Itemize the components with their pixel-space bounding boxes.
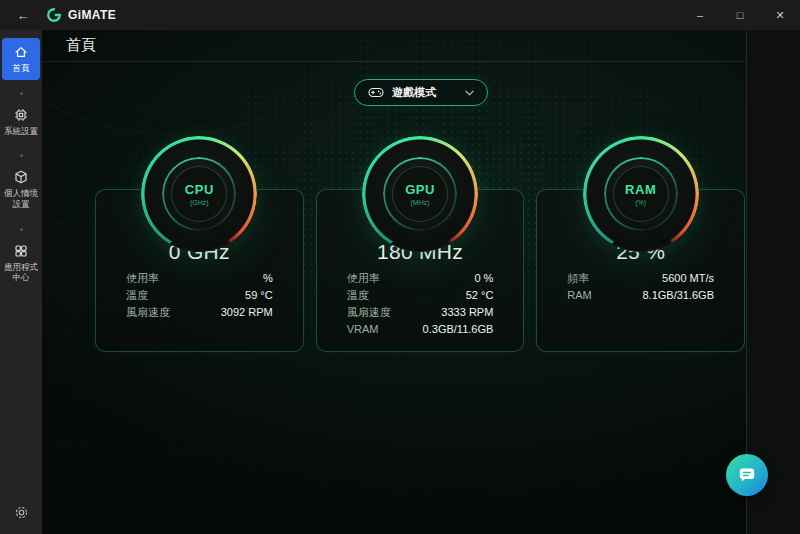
metric-cards: CPU (GHz) 0 GHz 使用率 % 溫度	[95, 136, 745, 352]
sidebar-item-app-center[interactable]: 應用程式中心	[2, 237, 40, 289]
ram-gauge: RAM (%)	[583, 136, 699, 252]
chat-bubble-icon	[737, 465, 757, 485]
window-controls: – □ ✕	[680, 0, 800, 30]
stat-label: 使用率	[347, 270, 380, 287]
stat-label: RAM	[567, 287, 591, 304]
stat-row: VRAM 0.3GB/11.6GB	[347, 321, 494, 338]
game-mode-label: 遊戲模式	[392, 85, 436, 100]
gauge-unit: (MHz)	[410, 199, 429, 206]
main-content: 首頁 遊戲模式	[42, 30, 800, 534]
home-icon	[13, 44, 29, 60]
cube-icon	[13, 169, 29, 185]
sidebar-item-label: 應用程式中心	[3, 262, 39, 283]
gamepad-icon	[368, 87, 384, 98]
stat-label: 使用率	[126, 270, 159, 287]
gauge-center: GPU (MHz)	[392, 166, 448, 222]
gauge-title: CPU	[185, 182, 214, 197]
stat-value: 0.3GB/11.6GB	[423, 321, 494, 338]
sidebar-item-home[interactable]: 首頁	[2, 38, 40, 80]
stat-value: 0 %	[474, 270, 493, 287]
stat-label: VRAM	[347, 321, 379, 338]
sidebar-footer	[14, 505, 29, 524]
close-button[interactable]: ✕	[760, 0, 800, 30]
page-title: 首頁	[66, 36, 96, 55]
maximize-button[interactable]: □	[720, 0, 760, 30]
sidebar-separator-dot	[20, 228, 23, 231]
chat-assistant-button[interactable]	[726, 454, 768, 496]
gpu-column: GPU (MHz) 180 MHz 使用率 0 % 溫度	[316, 136, 525, 352]
stat-label: 頻率	[567, 270, 589, 287]
stat-label: 溫度	[126, 287, 148, 304]
gauge-unit: (GHz)	[190, 199, 209, 206]
sidebar-item-system-settings[interactable]: 系統設置	[2, 101, 40, 143]
cpu-gauge: CPU (GHz)	[141, 136, 257, 252]
back-button[interactable]: ←	[0, 8, 46, 23]
gpu-gauge: GPU (MHz)	[362, 136, 478, 252]
stat-row: 溫度 52 °C	[347, 287, 494, 304]
chip-icon	[13, 107, 29, 123]
sidebar-separator-dot	[20, 154, 23, 157]
stat-value: 52 °C	[466, 287, 494, 304]
sidebar-item-label: 個人情境設置	[3, 188, 39, 209]
gauge-center: CPU (GHz)	[171, 166, 227, 222]
sidebar: 首頁 系統設置 個人情境設置 應用程式中心	[0, 30, 42, 534]
stat-row: 使用率 0 %	[347, 270, 494, 287]
gpu-stats: 使用率 0 % 溫度 52 °C 風扇速度 3333 RPM	[347, 270, 494, 338]
stat-label: 風扇速度	[126, 304, 170, 321]
cpu-stats: 使用率 % 溫度 59 °C 風扇速度 3092 RPM	[126, 270, 273, 321]
app-logo: GiMATE	[46, 7, 116, 23]
sidebar-separator-dot	[20, 92, 23, 95]
page-header: 首頁	[42, 30, 800, 62]
chevron-down-icon	[465, 90, 474, 96]
app-title: GiMATE	[68, 8, 116, 22]
ram-column: RAM (%) 25 % 頻率 5600 MT/s RAM	[536, 136, 745, 352]
sidebar-item-personal-scenario[interactable]: 個人情境設置	[2, 163, 40, 215]
gauge-title: RAM	[625, 182, 656, 197]
stat-value: 59 °C	[245, 287, 273, 304]
titlebar: ← GiMATE – □ ✕	[0, 0, 800, 30]
cpu-column: CPU (GHz) 0 GHz 使用率 % 溫度	[95, 136, 304, 352]
gear-icon[interactable]	[14, 505, 29, 520]
gimate-logo-icon	[46, 7, 62, 23]
minimize-button[interactable]: –	[680, 0, 720, 30]
stat-row: 使用率 %	[126, 270, 273, 287]
stat-row: 頻率 5600 MT/s	[567, 270, 714, 287]
stat-label: 溫度	[347, 287, 369, 304]
game-mode-dropdown[interactable]: 遊戲模式	[354, 79, 488, 106]
stat-value: 3092 RPM	[221, 304, 273, 321]
app-window: ← GiMATE – □ ✕ 首頁 系統設置	[0, 0, 800, 534]
stat-value: 3333 RPM	[441, 304, 493, 321]
ram-stats: 頻率 5600 MT/s RAM 8.1GB/31.6GB	[567, 270, 714, 304]
gauge-unit: (%)	[635, 199, 646, 206]
grid-icon	[13, 243, 29, 259]
stat-row: 風扇速度 3092 RPM	[126, 304, 273, 321]
stat-value: 5600 MT/s	[662, 270, 714, 287]
stat-row: RAM 8.1GB/31.6GB	[567, 287, 714, 304]
stat-label: 風扇速度	[347, 304, 391, 321]
sidebar-item-label: 首頁	[3, 63, 39, 74]
gauge-title: GPU	[405, 182, 435, 197]
stat-row: 風扇速度 3333 RPM	[347, 304, 494, 321]
stat-value: 8.1GB/31.6GB	[642, 287, 714, 304]
sidebar-item-label: 系統設置	[3, 126, 39, 137]
stat-value: %	[263, 270, 273, 287]
gauge-center: RAM (%)	[613, 166, 669, 222]
stat-row: 溫度 59 °C	[126, 287, 273, 304]
